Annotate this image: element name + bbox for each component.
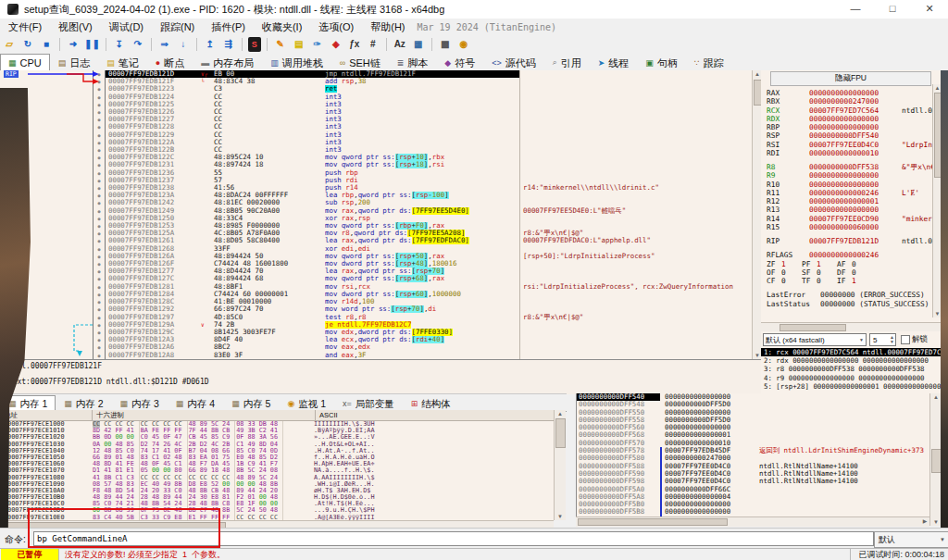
menu-item[interactable]: 跟踪(N) bbox=[152, 19, 203, 36]
case-az-icon[interactable]: Aᴢ bbox=[393, 37, 407, 52]
argument-count-stepper[interactable]: 5 ▲▼ bbox=[869, 333, 896, 346]
scroll-thumb[interactable] bbox=[931, 449, 942, 473]
stepper-arrows-icon[interactable]: ▲▼ bbox=[890, 335, 895, 344]
menu-item[interactable]: 收藏夹(I) bbox=[254, 19, 310, 36]
tab-dump4[interactable]: ▦内存 4 bbox=[168, 395, 223, 411]
scroll-up-icon[interactable]: ▲ bbox=[933, 84, 941, 92]
argument-row[interactable]: 2: rdx 0000000000000000 0000000000000000 bbox=[761, 356, 941, 365]
tab-trace[interactable]: ∵跟踪 bbox=[686, 54, 732, 70]
scroll-thumb[interactable] bbox=[555, 418, 566, 448]
tab-threads[interactable]: ➤线程 bbox=[590, 54, 638, 70]
lamp-icon[interactable]: ◉ bbox=[456, 37, 471, 52]
step-over-icon[interactable]: ↷ bbox=[131, 37, 145, 52]
tab-cpu[interactable]: ▦CPU bbox=[0, 54, 50, 70]
tab-references[interactable]: ⌕引用 bbox=[544, 54, 590, 70]
registers-scrollbar[interactable]: ▲ ▼ bbox=[932, 84, 941, 317]
register-row[interactable]: R90000000000000000 bbox=[761, 171, 941, 180]
register-row[interactable]: R130000000000000000 bbox=[761, 205, 941, 214]
menu-item[interactable]: 选项(O) bbox=[310, 19, 362, 36]
argument-row[interactable]: 4: r9 0000000000000000 0000000000000000 bbox=[761, 374, 941, 382]
tab-watch1[interactable]: ◉监视 1 bbox=[279, 395, 334, 411]
tab-log[interactable]: ▤日志 bbox=[50, 54, 99, 70]
register-row[interactable]: LastStatus00000000 (STATUS_SUCCESS) bbox=[761, 300, 941, 308]
scroll-up-icon[interactable]: ▲ bbox=[930, 393, 942, 401]
argument-row[interactable]: 1: rcx 00007FF97ED7C564 ntdll.00007FF97E… bbox=[761, 348, 941, 356]
open-file-icon[interactable]: ▱ bbox=[2, 37, 17, 52]
tab-notes[interactable]: ▤笔记 bbox=[98, 54, 147, 70]
hide-fpu-button[interactable]: 隐藏FPU bbox=[770, 71, 931, 86]
restart-icon[interactable]: ↻ bbox=[20, 37, 35, 52]
menu-item[interactable]: 文件(F) bbox=[0, 19, 50, 36]
argument-row[interactable]: 3: r8 0000000000DFF538 0000000000DFF538 bbox=[761, 365, 941, 373]
register-row[interactable]: OF0SF0DF0 bbox=[761, 268, 941, 277]
tab-seh[interactable]: ∞SEH链 bbox=[331, 54, 389, 70]
tab-script[interactable]: ≣脚本 bbox=[389, 54, 437, 70]
register-row[interactable]: RBP0000000000000000 bbox=[761, 123, 941, 131]
scroll-down-icon[interactable]: ▼ bbox=[555, 513, 566, 520]
stack-scrollbar[interactable]: ▲ ▼ bbox=[929, 393, 942, 526]
register-row[interactable]: R120000000000000001 bbox=[761, 197, 941, 205]
minimize-button[interactable]: — bbox=[837, 0, 874, 19]
register-row[interactable]: LastError00000000 (ERROR_SUCCESS) bbox=[761, 291, 941, 299]
register-row[interactable]: R110000000000000246L'Ɇ' bbox=[761, 189, 941, 197]
highlight-eraser-icon[interactable]: ◈ bbox=[329, 37, 343, 52]
close-button[interactable]: ✕ bbox=[911, 0, 948, 19]
hash-icon[interactable]: # bbox=[366, 37, 380, 52]
tab-symbols[interactable]: ◆符号 bbox=[436, 54, 483, 70]
calculator-icon[interactable]: ▩ bbox=[438, 37, 453, 52]
registers-hscrollbar[interactable] bbox=[761, 322, 941, 331]
tab-dump5[interactable]: ▦内存 5 bbox=[223, 395, 279, 411]
scroll-up-icon[interactable]: ▲ bbox=[555, 410, 566, 417]
tab-breakpoints[interactable]: ●断点 bbox=[147, 54, 193, 70]
menu-item[interactable]: 视图(V) bbox=[50, 19, 101, 36]
register-row[interactable]: R80000000000DFF538&"甼x\n€|$@" bbox=[761, 163, 941, 171]
register-row[interactable]: RAX0000000000000000 bbox=[761, 89, 941, 97]
register-row[interactable]: RFLAGS0000000000000246 bbox=[761, 251, 941, 259]
register-row[interactable]: ZF1PF1AF0 bbox=[761, 260, 941, 268]
run-icon[interactable]: ➜ bbox=[66, 37, 81, 52]
scroll-right-icon[interactable]: ▶ bbox=[920, 517, 929, 526]
tab-dump2[interactable]: ▦内存 2 bbox=[56, 395, 111, 411]
step-into-icon[interactable]: ↧ bbox=[112, 37, 127, 52]
command-preset-dropdown[interactable]: 默认 ▼ bbox=[874, 531, 948, 548]
run-to-user-code-icon[interactable]: ⇒ bbox=[157, 37, 172, 52]
patches-icon[interactable]: ✑ bbox=[310, 37, 325, 52]
menu-item[interactable]: 调试(D) bbox=[101, 19, 152, 36]
maximize-button[interactable]: □ bbox=[874, 0, 911, 19]
register-row[interactable]: RDI0000000000000010 bbox=[761, 149, 941, 157]
register-row[interactable]: R150000000000060000 bbox=[761, 223, 941, 231]
argument-row[interactable]: 5: [rsp+28] 0000000000000001 00000000000… bbox=[761, 382, 941, 391]
scroll-thumb[interactable] bbox=[934, 93, 941, 178]
function-fx-icon[interactable]: ƒx bbox=[347, 37, 362, 52]
stop-icon[interactable]: ■ bbox=[39, 37, 54, 52]
settings-icon[interactable]: S bbox=[248, 37, 261, 52]
register-row[interactable]: RBX0000000000247000 bbox=[761, 97, 941, 106]
calling-convention-select[interactable]: 默认 (x64 fastcall) ▼ bbox=[763, 333, 867, 346]
tab-source[interactable]: <>源代码 bbox=[483, 54, 544, 70]
step-out-icon[interactable]: ↓ bbox=[176, 37, 191, 52]
tab-locals[interactable]: x=局部变量 bbox=[334, 395, 403, 411]
tab-dump3[interactable]: ▦内存 3 bbox=[112, 395, 168, 411]
assemble-pencil-icon[interactable]: ✎ bbox=[273, 37, 288, 52]
menu-item[interactable]: 帮助(H) bbox=[362, 19, 413, 36]
register-row[interactable]: R100000000000000000 bbox=[761, 180, 941, 189]
computer-icon[interactable]: ▦ bbox=[411, 37, 426, 52]
comment-note-icon[interactable]: ▤ bbox=[292, 37, 306, 52]
tab-dump1[interactable]: ▦内存 1 bbox=[0, 395, 56, 411]
unlock-checkbox[interactable] bbox=[901, 335, 910, 344]
scroll-down-icon[interactable]: ▼ bbox=[933, 310, 941, 317]
dump-scrollbar[interactable]: ▲ ▼ bbox=[554, 410, 566, 520]
tab-handles[interactable]: ▣句柄 bbox=[637, 54, 686, 70]
animate-icon[interactable]: ⇶ bbox=[221, 37, 236, 52]
register-row[interactable]: RSP0000000000DFF540 bbox=[761, 131, 941, 140]
trace-into-icon[interactable]: ↥ bbox=[203, 37, 218, 52]
command-input[interactable] bbox=[33, 531, 874, 546]
register-row[interactable]: RCX00007FF97ED7C564ntdll.00007FF97ED7C56… bbox=[761, 106, 941, 115]
scroll-down-icon[interactable]: ▼ bbox=[930, 518, 942, 526]
register-row[interactable]: RIP00007FF97EDB121Dntdll.00007FF97EDB121… bbox=[761, 237, 941, 245]
register-row[interactable]: CF0TF0IF1 bbox=[761, 277, 941, 285]
register-row[interactable]: RSI00007FF97EE0D4C0"LdrpInitializeProces… bbox=[761, 141, 941, 149]
stack-hscrollbar[interactable]: ▶ bbox=[576, 516, 929, 527]
scroll-thumb[interactable] bbox=[780, 324, 846, 331]
tab-callstack[interactable]: ▥调用堆栈 bbox=[262, 54, 331, 70]
